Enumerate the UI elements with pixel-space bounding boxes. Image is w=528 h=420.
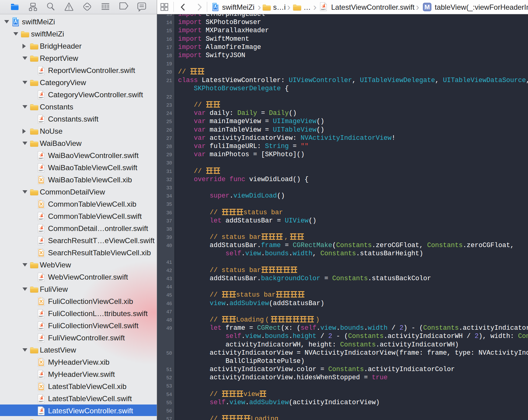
svg-text:SWIFT: SWIFT (321, 9, 326, 10)
svg-text:SWIFT: SWIFT (39, 157, 43, 159)
svg-text:SWIFT: SWIFT (39, 315, 43, 317)
svg-text:SWIFT: SWIFT (39, 121, 43, 123)
svg-text:SWIFT: SWIFT (39, 72, 43, 74)
svg-text:SWIFT: SWIFT (39, 340, 43, 342)
svg-text:SWIFT: SWIFT (39, 243, 43, 244)
svg-text:SWIFT: SWIFT (39, 376, 43, 378)
svg-text:SWIFT: SWIFT (39, 230, 43, 232)
svg-text:SWIFT: SWIFT (39, 413, 43, 415)
svg-text:SWIFT: SWIFT (39, 218, 43, 220)
svg-text:SWIFT: SWIFT (39, 279, 43, 281)
svg-text:SWIFT: SWIFT (39, 170, 43, 171)
svg-text:SWIFT: SWIFT (39, 401, 43, 402)
svg-text:SWIFT: SWIFT (39, 328, 43, 329)
svg-text:SWIFT: SWIFT (39, 97, 43, 98)
